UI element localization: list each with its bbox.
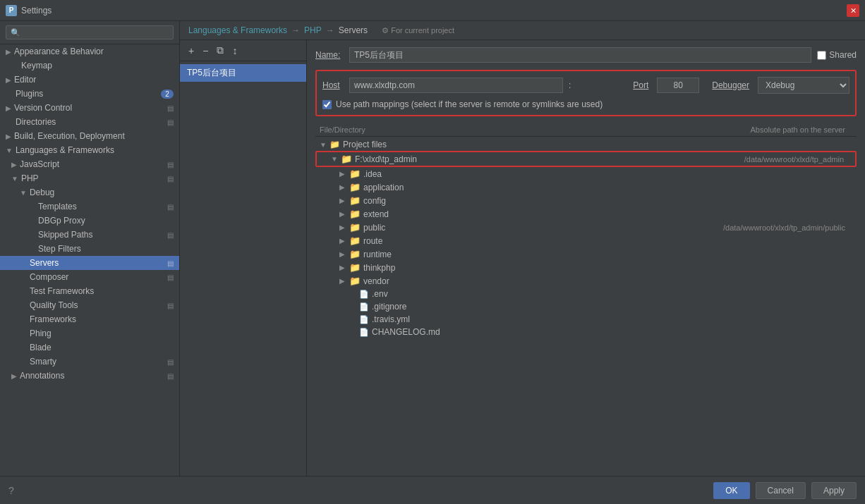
move-server-button[interactable]: ↕: [229, 44, 240, 58]
host-input[interactable]: [349, 78, 563, 93]
sidebar-label-version_control: Version Control: [14, 103, 72, 113]
remove-server-button[interactable]: −: [200, 44, 211, 58]
server-toolbar: + − ⧉ ↕: [180, 40, 306, 61]
tree-path-root: /data/wwwroot/xlxd/tp_admin: [744, 155, 851, 164]
port-label: Port: [633, 80, 648, 90]
sidebar-label-test_frameworks: Test Frameworks: [30, 286, 94, 296]
sidebar-item-phing[interactable]: Phing: [0, 326, 179, 340]
tree-item-route[interactable]: ▶📁route: [315, 234, 857, 247]
sidebar-item-frameworks[interactable]: Frameworks: [0, 312, 179, 326]
add-server-button[interactable]: +: [186, 44, 197, 58]
cancel-button[interactable]: Cancel: [756, 482, 806, 499]
bottom-bar: ? OK Cancel Apply: [0, 476, 865, 504]
debugger-select[interactable]: Xdebug Zend Debugger: [758, 77, 849, 94]
sidebar-item-dbgp_proxy[interactable]: DBGp Proxy: [0, 214, 179, 228]
content-main: + − ⧉ ↕ TP5后台项目 Name: Shared: [180, 40, 865, 476]
sidebar-item-php[interactable]: ▼ PHP▤: [0, 171, 179, 185]
name-row: Name: Shared: [315, 47, 857, 63]
tree-item-application[interactable]: ▶📁application: [315, 180, 857, 194]
path-mappings-label: Use path mappings (select if the server …: [336, 99, 603, 109]
sidebar-label-composer: Composer: [30, 272, 68, 282]
help-icon[interactable]: ?: [8, 485, 14, 496]
sidebar-item-servers[interactable]: Servers▤: [0, 256, 179, 270]
tree-name-runtime: runtime: [363, 250, 504, 259]
sidebar-item-blade[interactable]: Blade: [0, 340, 179, 355]
sidebar-item-smarty[interactable]: Smarty▤: [0, 355, 179, 369]
sidebar-item-version_control[interactable]: ▶ Version Control▤: [0, 101, 179, 115]
sidebar-label-php: PHP: [21, 173, 39, 183]
sidebar-ext-quality_tools: ▤: [167, 302, 174, 309]
col-abs-header: Absolute path on the server: [750, 125, 852, 134]
sidebar-item-directories[interactable]: Directories▤: [0, 115, 179, 129]
sidebar-label-keymap: Keymap: [21, 61, 52, 70]
tree-name-idea: .idea: [363, 169, 504, 179]
sidebar-ext-servers: ▤: [167, 259, 174, 267]
tree-name-public: public: [363, 223, 504, 233]
tree-item-travis[interactable]: 📄.travis.yml: [315, 313, 857, 326]
name-input[interactable]: [349, 47, 811, 63]
sidebar-item-editor[interactable]: ▶ Editor: [0, 73, 179, 87]
ok-button[interactable]: OK: [713, 482, 749, 499]
server-list-item[interactable]: TP5后台项目: [180, 64, 306, 82]
shared-checkbox[interactable]: [817, 51, 826, 60]
tree-item-config[interactable]: ▶📁config: [315, 194, 857, 207]
copy-server-button[interactable]: ⧉: [214, 43, 226, 58]
breadcrumb-sep2: →: [326, 25, 334, 35]
sidebar-ext-composer: ▤: [167, 273, 174, 281]
sidebar-item-languages[interactable]: ▼ Languages & Frameworks: [0, 143, 179, 157]
server-list: TP5后台项目: [180, 61, 307, 85]
tree-name-thinkphp: thinkphp: [363, 263, 504, 273]
apply-button[interactable]: Apply: [811, 482, 857, 499]
tree-item-runtime[interactable]: ▶📁runtime: [315, 247, 857, 261]
sidebar-item-keymap[interactable]: Keymap: [0, 59, 179, 73]
folder-icon-route: 📁: [349, 235, 361, 246]
breadcrumb-part2[interactable]: PHP: [304, 25, 322, 35]
tree-item-root[interactable]: ▼📁F:\xlxd\tp_admin/data/wwwroot/xlxd/tp_…: [315, 151, 857, 167]
sidebar-item-step_filters[interactable]: Step Filters: [0, 242, 179, 256]
sidebar-arrow-javascript: ▶: [11, 161, 17, 168]
sidebar-item-plugins[interactable]: Plugins2: [0, 87, 179, 101]
content-area: Languages & Frameworks → PHP → Servers ⚙…: [180, 21, 865, 476]
tree-item-env[interactable]: 📄.env: [315, 288, 857, 300]
sidebar-label-phing: Phing: [30, 328, 52, 338]
sidebar-item-composer[interactable]: Composer▤: [0, 270, 179, 284]
sidebar-item-annotations[interactable]: ▶ Annotations▤: [0, 369, 179, 383]
colon-sep: :: [569, 80, 571, 90]
tree-item-public[interactable]: ▶📁public/data/wwwroot/xlxd/tp_admin/publ…: [315, 221, 857, 234]
current-project-label: ⚙ For current project: [382, 26, 454, 35]
close-button[interactable]: ✕: [847, 4, 859, 17]
shared-check: Shared: [817, 50, 857, 60]
sidebar-item-build[interactable]: ▶ Build, Execution, Deployment: [0, 129, 179, 143]
sidebar-label-debug: Debug: [30, 188, 54, 197]
sidebar: ▶ Appearance & BehaviorKeymap▶ EditorPlu…: [0, 21, 180, 476]
project-section-label: Project files: [343, 140, 387, 149]
sidebar-arrow-version_control: ▶: [6, 104, 11, 112]
breadcrumb-part3: Servers: [339, 25, 368, 35]
tree-item-gitignore[interactable]: 📄.gitignore: [315, 300, 857, 313]
sidebar-badge-plugins: 2: [161, 90, 174, 99]
tree-name-route: route: [363, 236, 504, 246]
debugger-label: Debugger: [712, 80, 749, 90]
tree-item-extend[interactable]: ▶📁extend: [315, 207, 857, 221]
tree-item-changelog[interactable]: 📄CHANGELOG.md: [315, 326, 857, 338]
sidebar-item-debug[interactable]: ▼ Debug: [0, 185, 179, 199]
sidebar-item-test_frameworks[interactable]: Test Frameworks: [0, 284, 179, 298]
tree-arrow-public: ▶: [339, 223, 346, 231]
sidebar-item-templates[interactable]: Templates▤: [0, 199, 179, 214]
host-label: Host: [322, 80, 344, 90]
folder-icon-vendor: 📁: [349, 276, 361, 286]
port-input[interactable]: [657, 78, 699, 93]
sidebar-item-skipped_paths[interactable]: Skipped Paths▤: [0, 228, 179, 242]
sidebar-label-appearance: Appearance & Behavior: [14, 47, 104, 56]
path-mappings-checkbox[interactable]: [322, 100, 332, 109]
sidebar-item-quality_tools[interactable]: Quality Tools▤: [0, 298, 179, 312]
tree-item-thinkphp[interactable]: ▶📁thinkphp: [315, 261, 857, 274]
sidebar-ext-smarty: ▤: [167, 358, 174, 366]
breadcrumb-part1[interactable]: Languages & Frameworks: [188, 25, 287, 35]
tree-name-changelog: CHANGELOG.md: [372, 327, 513, 337]
sidebar-item-javascript[interactable]: ▶ JavaScript▤: [0, 157, 179, 171]
sidebar-item-appearance[interactable]: ▶ Appearance & Behavior: [0, 44, 179, 59]
tree-item-vendor[interactable]: ▶📁vendor: [315, 274, 857, 288]
tree-item-idea[interactable]: ▶📁.idea: [315, 167, 857, 180]
search-input[interactable]: [6, 25, 174, 39]
